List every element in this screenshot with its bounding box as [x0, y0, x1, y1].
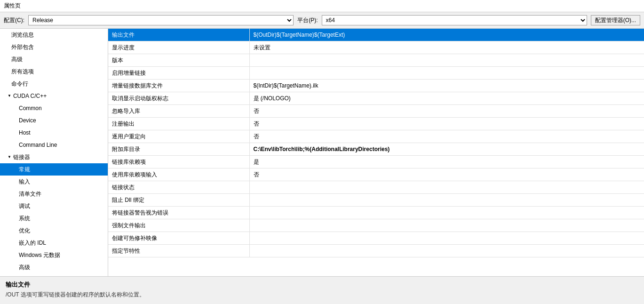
prop-name-use-lib-dep-input: 使用库依赖项输入 [108, 168, 249, 181]
sidebar-item-linker[interactable]: ▼链接器 [0, 151, 108, 163]
table-row[interactable]: 忽略导入库否 [108, 105, 644, 118]
prop-name-enable-incremental: 启用增量链接 [108, 67, 249, 80]
table-row[interactable]: 逐用户重定向否 [108, 130, 644, 143]
platform-label: 平台(P): [297, 16, 318, 24]
prop-name-show-progress: 显示进度 [108, 41, 249, 54]
linker-triangle-icon: ▼ [8, 152, 11, 162]
prop-value-hotpatch [249, 232, 644, 245]
prop-name-version: 版本 [108, 54, 249, 67]
table-row[interactable]: 链接库依赖项是 [108, 156, 644, 168]
description-title: 输出文件 [6, 280, 638, 289]
table-row[interactable]: 强制文件输出 [108, 219, 644, 232]
prop-name-additional-lib-dirs: 附加库目录 [108, 143, 249, 156]
config-row: 配置(C): Release 平台(P): x64 配置管理器(O)... [0, 12, 644, 29]
prop-value-output-file: $(OutDir)$(TargetName)$(TargetExt) [249, 29, 644, 41]
description-panel: 输出文件 /OUT 选项可重写链接器创建的程序的默认名称和位置。 [0, 276, 644, 304]
prop-value-ignore-import: 否 [249, 105, 644, 118]
config-select[interactable]: Release [28, 15, 294, 25]
prop-value-show-progress: 未设置 [249, 41, 644, 54]
prop-value-per-user-redirect: 否 [249, 130, 644, 143]
sidebar-item-browser-info[interactable]: 浏览信息 [0, 29, 108, 41]
config-manager-button[interactable]: 配置管理器(O)... [591, 15, 640, 25]
sidebar-item-windows-meta[interactable]: Windows 元数据 [0, 249, 108, 261]
table-row[interactable]: 注册输出否 [108, 118, 644, 130]
prop-value-additional-lib-dirs: C:\Env\libTorch\lib;%(AdditionalLibraryD… [249, 143, 644, 156]
properties-table: 输出文件$(OutDir)$(TargetName)$(TargetExt)显示… [108, 29, 644, 257]
prop-value-version [249, 54, 644, 67]
table-row[interactable]: 使用库依赖项输入否 [108, 168, 644, 181]
sidebar-item-common[interactable]: Common [0, 102, 108, 114]
prop-name-treat-warnings-as-errors: 将链接器警告视为错误 [108, 207, 249, 219]
prop-value-prevent-dll-binding [249, 194, 644, 207]
table-row[interactable]: 指定节特性 [108, 245, 644, 257]
sidebar-item-host[interactable]: Host [0, 127, 108, 139]
prop-name-lib-dep-item: 链接库依赖项 [108, 156, 249, 168]
properties-panel: 输出文件$(OutDir)$(TargetName)$(TargetExt)显示… [108, 29, 644, 276]
table-row[interactable]: 链接状态 [108, 181, 644, 194]
table-row[interactable]: 阻止 Dll 绑定 [108, 194, 644, 207]
sidebar-item-device[interactable]: Device [0, 114, 108, 127]
sidebar-item-label-linker: 链接器 [13, 152, 30, 162]
sidebar-item-input[interactable]: 输入 [0, 176, 108, 188]
cuda-cpp-triangle-icon: ▼ [8, 91, 11, 101]
prop-name-force-file-output: 强制文件输出 [108, 219, 249, 232]
table-row[interactable]: 显示进度未设置 [108, 41, 644, 54]
prop-value-link-status [249, 181, 644, 194]
sidebar-item-embedded-idl[interactable]: 嵌入的 IDL [0, 237, 108, 249]
sidebar-item-command-line2[interactable]: Command Line [0, 139, 108, 151]
table-row[interactable]: 附加库目录C:\Env\libTorch\lib;%(AdditionalLib… [108, 143, 644, 156]
prop-name-prevent-dll-binding: 阻止 Dll 绑定 [108, 194, 249, 207]
platform-select[interactable]: x64 [322, 15, 587, 25]
table-row[interactable]: 增量链接数据库文件$(IntDir)$(TargetName).ilk [108, 80, 644, 92]
sidebar-item-debug[interactable]: 调试 [0, 200, 108, 212]
description-text: /OUT 选项可重写链接器创建的程序的默认名称和位置。 [6, 291, 638, 299]
main-content: 浏览信息外部包含高级所有选项命令行▼CUDA C/C++CommonDevice… [0, 29, 644, 276]
prop-value-reg-output: 否 [249, 118, 644, 130]
sidebar-item-general[interactable]: 常规 [0, 163, 108, 176]
table-row[interactable]: 创建可热修补映像 [108, 232, 644, 245]
prop-name-ignore-import: 忽略导入库 [108, 105, 249, 118]
sidebar-item-cuda-cpp[interactable]: ▼CUDA C/C++ [0, 90, 108, 102]
prop-name-reg-output: 注册输出 [108, 118, 249, 130]
prop-name-suppress-banner: 取消显示启动版权标志 [108, 92, 249, 105]
prop-name-incremental-db: 增量链接数据库文件 [108, 80, 249, 92]
table-row[interactable]: 将链接器警告视为错误 [108, 207, 644, 219]
prop-name-link-status: 链接状态 [108, 181, 249, 194]
sidebar-item-all-options[interactable]: 所有选项 [0, 65, 108, 78]
prop-name-per-user-redirect: 逐用户重定向 [108, 130, 249, 143]
sidebar-item-external-include[interactable]: 外部包含 [0, 41, 108, 53]
sidebar-item-all-options2[interactable]: 所有选项 [0, 273, 108, 276]
prop-value-use-lib-dep-input: 否 [249, 168, 644, 181]
prop-value-treat-warnings-as-errors [249, 207, 644, 219]
sidebar-item-command-line[interactable]: 命令行 [0, 78, 108, 90]
sidebar-item-system[interactable]: 系统 [0, 212, 108, 224]
sidebar-item-manifest-file[interactable]: 清单文件 [0, 188, 108, 200]
table-row[interactable]: 启用增量链接 [108, 67, 644, 80]
config-label: 配置(C): [4, 16, 24, 24]
title-bar: 属性页 [0, 0, 644, 12]
prop-value-enable-incremental [249, 67, 644, 80]
sidebar-item-advanced2[interactable]: 高级 [0, 261, 108, 273]
table-row[interactable]: 版本 [108, 54, 644, 67]
prop-value-force-file-output [249, 219, 644, 232]
sidebar-item-advanced[interactable]: 高级 [0, 53, 108, 65]
sidebar: 浏览信息外部包含高级所有选项命令行▼CUDA C/C++CommonDevice… [0, 29, 108, 276]
table-row[interactable]: 取消显示启动版权标志是 (/NOLOGO) [108, 92, 644, 105]
prop-value-incremental-db: $(IntDir)$(TargetName).ilk [249, 80, 644, 92]
prop-value-specify-section-attrs [249, 245, 644, 257]
sidebar-item-label-cuda-cpp: CUDA C/C++ [13, 91, 47, 101]
prop-name-output-file: 输出文件 [108, 29, 249, 41]
prop-value-lib-dep-item: 是 [249, 156, 644, 168]
prop-value-suppress-banner: 是 (/NOLOGO) [249, 92, 644, 105]
sidebar-item-optimize[interactable]: 优化 [0, 224, 108, 237]
prop-name-specify-section-attrs: 指定节特性 [108, 245, 249, 257]
table-row[interactable]: 输出文件$(OutDir)$(TargetName)$(TargetExt) [108, 29, 644, 41]
prop-name-hotpatch: 创建可热修补映像 [108, 232, 249, 245]
title-text: 属性页 [4, 2, 21, 10]
